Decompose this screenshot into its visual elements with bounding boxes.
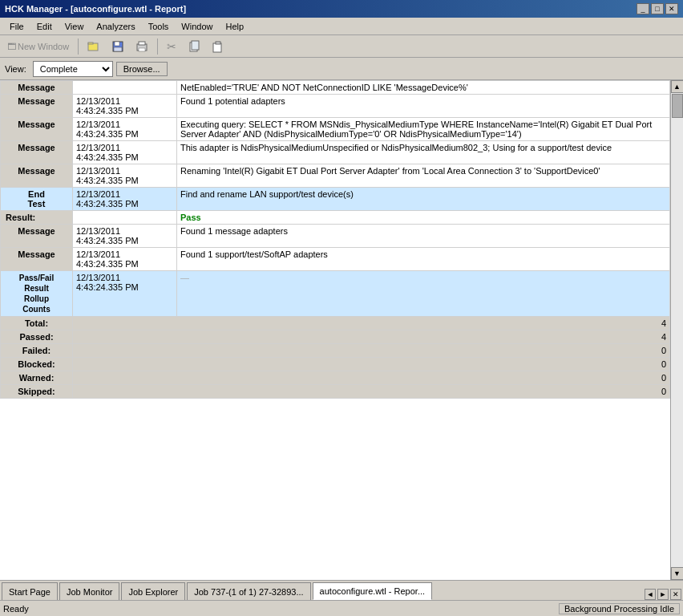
tab-job-737[interactable]: Job 737-(1 of 1) 27-32893...: [187, 582, 310, 600]
row-time: 12/13/20114:43:24.335 PM: [73, 271, 177, 317]
menu-help[interactable]: Help: [219, 20, 250, 33]
status-ready: Ready: [3, 604, 29, 614]
tab-start-page[interactable]: Start Page: [2, 582, 58, 600]
svg-rect-7: [139, 48, 145, 51]
menu-analyzers[interactable]: Analyzers: [90, 20, 141, 33]
table-row: Message 12/13/20114:43:24.335 PM This ad…: [1, 141, 670, 164]
tab-job-explorer[interactable]: Job Explorer: [121, 582, 185, 600]
print-button[interactable]: [131, 38, 152, 55]
row-time: [73, 211, 177, 225]
stats-label-failed: Failed:: [1, 344, 73, 358]
stats-row-blocked: Blocked: 0: [1, 358, 670, 371]
row-time: 12/13/20114:43:24.335 PM: [73, 188, 177, 211]
table-row: Message NetEnabled='TRUE' AND NOT NetCon…: [1, 81, 670, 95]
print-icon: [135, 40, 148, 53]
vertical-scrollbar[interactable]: ▲ ▼: [670, 80, 683, 580]
table-row: Message 12/13/20114:43:24.335 PM Found 1…: [1, 248, 670, 271]
row-time: 12/13/20114:43:24.335 PM: [73, 164, 177, 188]
svg-rect-9: [192, 41, 199, 50]
scroll-down-button[interactable]: ▼: [671, 567, 684, 580]
stats-label-blocked: Blocked:: [1, 358, 73, 371]
window-title: HCK Manager - [autoconfigure.wtl - Repor…: [5, 4, 186, 14]
stats-label-warned: Warned:: [1, 371, 73, 385]
stats-row-failed: Failed: 0: [1, 344, 670, 358]
open-icon: [87, 40, 100, 53]
scroll-track[interactable]: [671, 93, 683, 567]
stats-value-skipped: 0: [73, 385, 670, 399]
stats-label-passed: Passed:: [1, 330, 73, 344]
open-button[interactable]: [83, 38, 104, 55]
stats-row-passed: Passed: 4: [1, 330, 670, 344]
save-button[interactable]: [107, 38, 128, 55]
menu-file[interactable]: File: [3, 20, 30, 33]
stats-row-skipped: Skipped: 0: [1, 385, 670, 399]
table-row: Message 12/13/20114:43:24.335 PM Found 1…: [1, 225, 670, 248]
tab-scroll-left[interactable]: ◄: [645, 589, 656, 600]
row-message: Executing query: SELECT * FROM MSNdis_Ph…: [177, 118, 670, 141]
row-message: NetEnabled='TRUE' AND NOT NetConnectionI…: [177, 81, 670, 95]
table-row: Message 12/13/20114:43:24.335 PM Executi…: [1, 118, 670, 141]
minimize-button[interactable]: _: [637, 3, 649, 14]
row-message: Found 1 support/test/SoftAP adapters: [177, 248, 670, 271]
svg-rect-1: [88, 43, 93, 44]
copy-button[interactable]: [184, 38, 204, 55]
row-type-result: Result:: [1, 211, 73, 225]
menu-view[interactable]: View: [59, 20, 91, 33]
menu-tools[interactable]: Tools: [142, 20, 176, 33]
tab-autoconfigure[interactable]: autoconfigure.wtl - Repor...: [313, 582, 432, 600]
copy-icon: [188, 40, 200, 53]
new-window-icon: 🗔: [7, 42, 16, 51]
view-bar: View: Complete Browse...: [0, 58, 683, 80]
toolbar-separator-2: [157, 38, 158, 55]
row-message: —: [177, 271, 670, 317]
browse-button[interactable]: Browse...: [116, 62, 168, 76]
row-time: 12/13/20114:43:24.335 PM: [73, 95, 177, 118]
stats-row-warned: Warned: 0: [1, 371, 670, 385]
title-bar: HCK Manager - [autoconfigure.wtl - Repor…: [0, 0, 683, 18]
view-label: View:: [5, 64, 26, 74]
tab-job-monitor[interactable]: Job Monitor: [59, 582, 119, 600]
scroll-container: Message NetEnabled='TRUE' AND NOT NetCon…: [0, 80, 683, 580]
scroll-thumb[interactable]: [672, 94, 683, 118]
new-window-button[interactable]: 🗔 New Window: [3, 39, 73, 54]
close-button[interactable]: ✕: [665, 3, 678, 14]
svg-rect-4: [114, 47, 122, 51]
row-message: This adapter is NdisPhysicalMediumUnspec…: [177, 141, 670, 164]
row-time: [73, 81, 177, 95]
stats-label-total: Total:: [1, 317, 73, 330]
table-row-result: Result: Pass: [1, 211, 670, 225]
row-time: 12/13/20114:43:24.335 PM: [73, 118, 177, 141]
tab-bar: Start Page Job Monitor Job Explorer Job …: [0, 580, 683, 600]
table-row: Message 12/13/20114:43:24.335 PM Renamin…: [1, 164, 670, 188]
cut-button[interactable]: ✂: [163, 38, 180, 55]
stats-value-failed: 0: [73, 344, 670, 358]
svg-rect-10: [213, 43, 221, 52]
stats-value-passed: 4: [73, 330, 670, 344]
table-scroll-area[interactable]: Message NetEnabled='TRUE' AND NOT NetCon…: [0, 80, 670, 580]
menu-edit[interactable]: Edit: [30, 20, 59, 33]
svg-rect-3: [115, 42, 119, 46]
window-controls[interactable]: _ □ ✕: [637, 3, 678, 14]
stats-label-skipped: Skipped:: [1, 385, 73, 399]
report-table: Message NetEnabled='TRUE' AND NOT NetCon…: [0, 80, 670, 399]
row-type: Message: [1, 141, 73, 164]
tab-scroll-right[interactable]: ►: [657, 589, 669, 600]
tab-scroll-controls: ◄ ► ✕: [645, 589, 681, 600]
paste-button[interactable]: [208, 38, 228, 55]
row-time: 12/13/20114:43:24.335 PM: [73, 141, 177, 164]
save-icon: [111, 40, 124, 53]
status-bar: Ready Background Processing Idle: [0, 600, 683, 616]
table-row: Message 12/13/20114:43:24.335 PM Found 1…: [1, 95, 670, 118]
stats-value-blocked: 0: [73, 358, 670, 371]
maximize-button[interactable]: □: [651, 3, 664, 14]
view-dropdown[interactable]: Complete: [33, 61, 113, 77]
row-type: Message: [1, 164, 73, 188]
stats-row-total: Total: 4: [1, 317, 670, 330]
svg-rect-11: [216, 42, 220, 44]
main-content: Message NetEnabled='TRUE' AND NOT NetCon…: [0, 80, 683, 580]
scroll-up-button[interactable]: ▲: [671, 80, 684, 93]
menu-window[interactable]: Window: [175, 20, 219, 33]
row-type: Message: [1, 81, 73, 95]
status-background: Background Processing Idle: [559, 603, 680, 614]
tab-close[interactable]: ✕: [670, 589, 681, 600]
